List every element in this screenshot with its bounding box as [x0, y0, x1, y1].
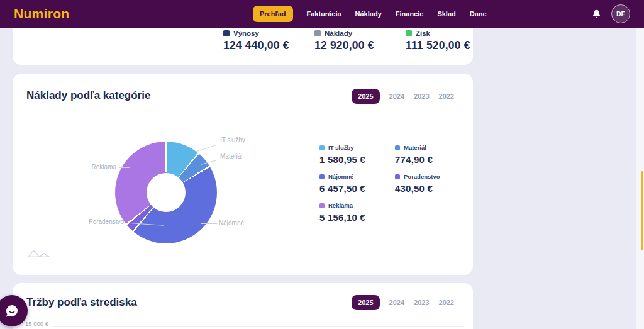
chat-bubble-icon: [4, 303, 19, 318]
summary-legend: Výnosy 124 440,00 € Náklady 12 920,00 € …: [223, 30, 497, 52]
legend-value: 430,50 €: [395, 183, 470, 194]
user-avatar[interactable]: DF: [611, 4, 630, 23]
it-sluzby-swatch: [319, 145, 325, 150]
summary-value: 111 520,00 €: [406, 39, 497, 52]
legend-value: 5 156,10 €: [319, 212, 395, 223]
material-swatch: [395, 145, 400, 150]
main-nav: Prehľad Fakturácia Náklady Financie Skla…: [253, 0, 487, 28]
summary-item-zisk: Zisk 111 520,00 €: [406, 30, 497, 52]
legend-item-it-sluzby: IT služby 1 580,95 €: [319, 144, 395, 165]
legend-label: Nájomné: [328, 173, 353, 180]
summary-item-naklady: Náklady 12 920,00 €: [314, 30, 406, 52]
legend-item-poradenstvo: Poradenstvo 430,50 €: [395, 173, 470, 194]
app-logo[interactable]: Numiron: [14, 6, 69, 21]
nav-item-prehlad[interactable]: Prehľad: [253, 6, 293, 22]
revenue-by-center-card: Tržby podľa strediska 2025 2024 2023 202…: [13, 283, 473, 329]
year-tab-2025[interactable]: 2025: [352, 89, 379, 104]
year-tab-2022[interactable]: 2022: [439, 92, 454, 100]
year-tab-2024[interactable]: 2024: [389, 299, 404, 306]
nav-item-naklady[interactable]: Náklady: [355, 10, 382, 18]
callout-line-it-sluzby: [195, 145, 217, 152]
sparkline-watermark-icon: [26, 248, 52, 259]
summary-label: Zisk: [416, 30, 430, 37]
revenue-card-title: Tržby podľa strediska: [26, 296, 137, 309]
year-tab-2024[interactable]: 2024: [389, 92, 404, 100]
legend-label: Poradenstvo: [404, 173, 440, 180]
legend-value: 1 580,95 €: [319, 154, 395, 165]
legend-label: Reklama: [328, 202, 353, 209]
callout-line-reklama: [119, 167, 130, 168]
summary-value: 12 920,00 €: [314, 39, 406, 52]
year-tab-2025[interactable]: 2025: [352, 295, 379, 310]
legend-value: 774,90 €: [395, 154, 470, 165]
legend-value: 6 457,50 €: [319, 183, 395, 194]
zisk-legend-swatch: [406, 30, 412, 36]
nav-item-dane[interactable]: Dane: [470, 10, 487, 18]
legend-label: IT služby: [328, 144, 354, 151]
expenses-legend: IT služby 1 580,95 € Materiál 774,90 € N…: [319, 144, 470, 223]
notifications-bell-icon[interactable]: [591, 9, 602, 20]
legend-item-najomne: Nájomné 6 457,50 €: [319, 173, 395, 194]
expenses-by-category-card: Náklady podľa kategórie 2025 2024 2023 2…: [13, 74, 473, 275]
year-tab-2022[interactable]: 2022: [439, 299, 454, 306]
donut-hole: [147, 173, 186, 212]
nav-item-fakturacia[interactable]: Fakturácia: [307, 10, 341, 18]
callout-label-it-sluzby: IT služby: [220, 137, 245, 143]
najomne-swatch: [319, 174, 325, 179]
reklama-swatch: [319, 203, 325, 208]
summary-label: Výnosy: [233, 30, 259, 37]
y-axis-tick-label: 15 000 €: [25, 320, 48, 327]
callout-label-najomne: Nájomné: [219, 220, 244, 226]
legend-label: Materiál: [404, 144, 426, 151]
expenses-year-tabs: 2025 2024 2023 2022: [352, 89, 454, 104]
callout-label-material: Materiál: [220, 153, 243, 160]
nav-item-sklad[interactable]: Sklad: [437, 10, 455, 18]
legend-item-reklama: Reklama 5 156,10 €: [319, 202, 395, 223]
scrollbar-thumb[interactable]: [641, 171, 643, 250]
summary-value: 124 440,00 €: [223, 39, 314, 52]
vynosy-legend-swatch: [223, 30, 230, 36]
gridline: [53, 326, 464, 327]
callout-line-najomne: [201, 223, 217, 224]
nav-item-financie[interactable]: Financie: [396, 10, 424, 18]
app-viewport: Numiron Prehľad Fakturácia Náklady Finan…: [0, 0, 644, 329]
app-header: Numiron Prehľad Fakturácia Náklady Finan…: [0, 0, 644, 28]
poradenstvo-swatch: [395, 174, 400, 179]
year-tab-2023[interactable]: 2023: [414, 92, 429, 100]
callout-label-reklama: Reklama: [85, 164, 116, 170]
expenses-card-title: Náklady podľa kategórie: [26, 89, 150, 102]
header-right: DF: [591, 0, 630, 28]
callout-label-poradenstvo: Poradenstvo: [89, 218, 124, 225]
summary-card: Výnosy 124 440,00 € Náklady 12 920,00 € …: [13, 28, 473, 65]
legend-item-material: Materiál 774,90 €: [395, 144, 470, 165]
summary-item-vynosy: Výnosy 124 440,00 €: [223, 30, 314, 52]
summary-label: Náklady: [325, 30, 352, 37]
naklady-legend-swatch: [314, 30, 321, 36]
revenue-year-tabs: 2025 2024 2023 2022: [352, 295, 454, 310]
year-tab-2023[interactable]: 2023: [414, 299, 429, 306]
